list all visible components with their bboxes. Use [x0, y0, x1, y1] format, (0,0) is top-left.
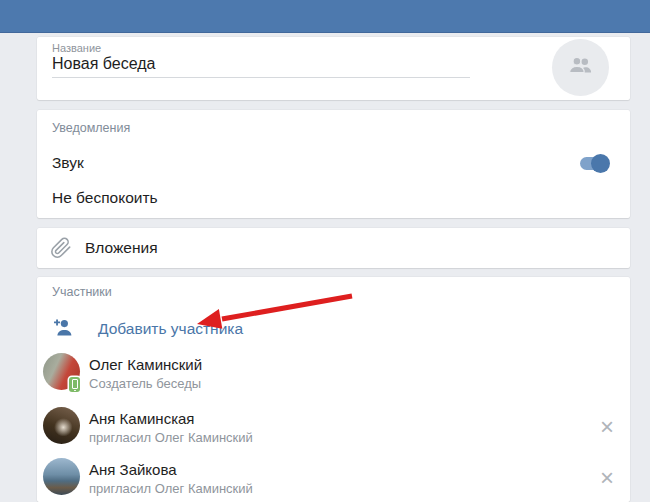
- participant-row[interactable]: Олег Каминский Создатель беседы: [37, 353, 630, 403]
- sound-row-label: Звук: [52, 154, 84, 172]
- participants-card: Участники Добавить участника Олег Каминс…: [37, 277, 630, 502]
- attachments-label: Вложения: [85, 239, 158, 257]
- remove-participant-button[interactable]: ×: [592, 412, 622, 442]
- remove-participant-button[interactable]: ×: [592, 463, 622, 493]
- online-mobile-icon: [69, 377, 80, 392]
- participant-row[interactable]: Аня Зайкова пригласил Олег Каминский ×: [37, 458, 630, 502]
- participant-subtitle: пригласил Олег Каминский: [89, 481, 253, 496]
- chat-name-card: Название: [37, 37, 630, 100]
- avatar-anya-kaminskaya: [43, 407, 80, 444]
- participant-subtitle: пригласил Олег Каминский: [89, 430, 253, 445]
- avatar-anya-zaykova: [43, 458, 80, 495]
- attachments-row[interactable]: Вложения: [37, 228, 630, 268]
- add-participant-button[interactable]: Добавить участника: [98, 320, 243, 338]
- chat-name-input[interactable]: [52, 51, 470, 78]
- notifications-card: Уведомления Звук Не беспокоить: [37, 110, 630, 218]
- person-add-icon: [51, 317, 73, 339]
- participant-name: Аня Зайкова: [89, 461, 177, 478]
- participant-name: Аня Каминская: [89, 410, 195, 427]
- participant-name: Олег Каминский: [89, 356, 202, 373]
- notifications-title: Уведомления: [52, 121, 130, 135]
- participant-subtitle: Создатель беседы: [89, 376, 201, 391]
- group-people-icon: [567, 52, 594, 83]
- chat-photo-placeholder[interactable]: [552, 39, 609, 96]
- paperclip-icon: [50, 237, 72, 259]
- chat-settings-screen: Название Уведомления Звук Не беспокоить: [0, 0, 650, 502]
- sound-toggle-knob: [591, 154, 610, 173]
- sound-toggle[interactable]: [580, 157, 609, 170]
- app-header-bar: [0, 0, 650, 33]
- participant-row[interactable]: Аня Каминская пригласил Олег Каминский ×: [37, 407, 630, 457]
- do-not-disturb-row[interactable]: Не беспокоить: [52, 189, 158, 207]
- avatar-oleg-kaminsky: [43, 353, 80, 390]
- participants-title: Участники: [52, 285, 112, 299]
